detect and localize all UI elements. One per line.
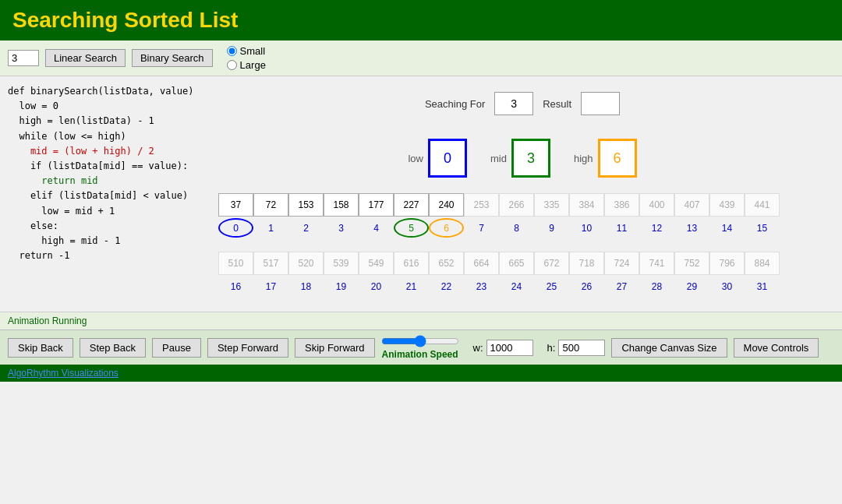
array2-index-7: 23	[464, 277, 499, 296]
step-back-button[interactable]: Step Back	[80, 338, 146, 358]
array2-index-5: 21	[394, 277, 429, 296]
width-group: w:	[473, 340, 533, 356]
array1-index-12: 12	[639, 218, 674, 238]
array2-cell-0: 510	[218, 252, 253, 275]
array1-index-15: 15	[745, 218, 780, 238]
toolbar: Linear Search Binary Search Small Large	[0, 41, 842, 76]
array1-cell-3: 158	[324, 193, 359, 217]
array1-cell-12: 400	[639, 193, 674, 217]
size-small-radio[interactable]	[227, 46, 237, 56]
array2-cell-13: 752	[674, 252, 709, 275]
size-small-option[interactable]: Small	[227, 45, 266, 57]
array2-cell-10: 718	[569, 252, 604, 275]
array1-index-0: 0	[218, 218, 253, 238]
array2-cell-15: 884	[745, 252, 780, 275]
linear-search-button[interactable]: Linear Search	[45, 49, 126, 67]
code-line-1: def binarySearch(listData, value)	[8, 84, 195, 99]
code-line-4: while (low <= high)	[8, 129, 195, 144]
pause-button[interactable]: Pause	[152, 338, 201, 358]
array2-index-12: 28	[639, 277, 674, 296]
array1-index-9: 9	[534, 218, 569, 238]
array1-index-11: 11	[604, 218, 639, 238]
footer-link[interactable]: AlgoRhythm Visualizations	[8, 368, 119, 379]
search-display: Seaching For 3 Result	[425, 92, 620, 115]
code-line-12: return -1	[8, 248, 195, 263]
search-input[interactable]	[8, 50, 39, 66]
array2-index-8: 24	[499, 277, 534, 296]
code-panel: def binarySearch(listData, value) low = …	[8, 84, 195, 304]
array2-index-10: 26	[569, 277, 604, 296]
array1-cell-8: 266	[499, 193, 534, 217]
array2-cell-6: 652	[429, 252, 464, 275]
height-group: h:	[547, 340, 606, 356]
code-line-3: high = len(listData) - 1	[8, 114, 195, 129]
skip-forward-button[interactable]: Skip Forward	[295, 338, 375, 358]
array2-cell-9: 672	[534, 252, 569, 275]
w-label: w:	[473, 342, 483, 354]
array2-cell-2: 520	[288, 252, 324, 275]
array2-cell-8: 665	[499, 252, 534, 275]
searching-for-label: Seaching For	[425, 98, 485, 110]
bottom-toolbar: Skip Back Step Back Pause Step Forward S…	[0, 330, 842, 365]
array1-index-2: 2	[288, 218, 324, 238]
array1-cell-7: 253	[464, 193, 499, 217]
size-large-radio[interactable]	[227, 60, 237, 70]
array2-index-3: 19	[324, 277, 359, 296]
array2-index-14: 30	[709, 277, 745, 296]
array2-cell-11: 724	[604, 252, 639, 275]
width-input[interactable]	[486, 340, 533, 356]
code-line-7: return mid	[8, 174, 195, 189]
array1-index-8: 8	[499, 218, 534, 238]
code-line-5: mid = (low + high) / 2	[8, 144, 195, 159]
animation-speed-label: Animation Speed	[382, 349, 458, 360]
array2-index-1: 17	[253, 277, 288, 296]
array1-index-14: 14	[709, 218, 745, 238]
animation-status: Animation Running	[8, 315, 87, 326]
array1-index-7: 7	[464, 218, 499, 238]
visualization: Seaching For 3 Result low 0 mid 3 high 6…	[210, 84, 834, 304]
height-input[interactable]	[558, 340, 605, 356]
array1-cell-5: 227	[394, 193, 429, 217]
array1-indices-row: 0123456789101112131415	[218, 218, 826, 238]
footer[interactable]: AlgoRhythm Visualizations	[0, 365, 842, 382]
array-section: 3772153158177227240253266335384386400407…	[210, 193, 834, 304]
speed-slider-container: Animation Speed	[381, 335, 459, 360]
array1-index-3: 3	[324, 218, 359, 238]
mid-value: 3	[511, 139, 550, 178]
high-pointer-group: high 6	[574, 139, 637, 178]
low-value: 0	[428, 139, 467, 178]
array1-index-1: 1	[253, 218, 288, 238]
h-label: h:	[547, 342, 556, 354]
array2-cell-3: 539	[324, 252, 359, 275]
size-large-label: Large	[240, 59, 266, 71]
animation-speed-slider[interactable]	[381, 335, 459, 347]
low-pointer-group: low 0	[408, 139, 467, 178]
array2-cell-5: 616	[394, 252, 429, 275]
array1-cell-2: 153	[288, 193, 324, 217]
mid-label: mid	[490, 153, 507, 164]
code-line-11: high = mid - 1	[8, 234, 195, 248]
move-controls-button[interactable]: Move Controls	[734, 338, 819, 358]
code-line-8: elif (listData[mid] < value)	[8, 189, 195, 203]
high-label: high	[574, 153, 593, 164]
result-value	[581, 92, 620, 115]
low-label: low	[408, 153, 423, 164]
skip-back-button[interactable]: Skip Back	[8, 338, 73, 358]
array1-cell-1: 72	[253, 193, 288, 217]
main-content: def binarySearch(listData, value) low = …	[0, 76, 842, 312]
status-bar: Animation Running	[0, 312, 842, 330]
step-forward-button[interactable]: Step Forward	[207, 338, 288, 358]
array2-cell-14: 796	[709, 252, 745, 275]
size-large-option[interactable]: Large	[227, 59, 266, 71]
change-canvas-button[interactable]: Change Canvas Size	[611, 338, 727, 358]
page-header: Searching Sorted List	[0, 0, 842, 41]
binary-search-button[interactable]: Binary Search	[132, 49, 213, 67]
size-small-label: Small	[240, 45, 266, 57]
array2-index-0: 16	[218, 277, 253, 296]
code-line-10: else:	[8, 219, 195, 234]
searching-for-value: 3	[494, 92, 533, 115]
array1-cell-6: 240	[429, 193, 464, 217]
array1-cell-14: 439	[709, 193, 745, 217]
array2-index-11: 27	[604, 277, 639, 296]
array2-index-15: 31	[745, 277, 780, 296]
